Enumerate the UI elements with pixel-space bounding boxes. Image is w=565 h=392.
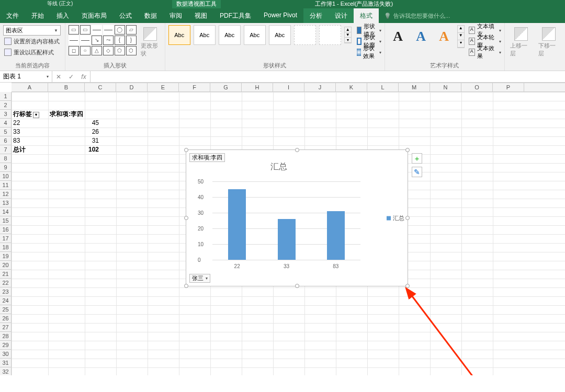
tab-formulas[interactable]: 公式	[113, 8, 138, 23]
row-header-26[interactable]: 26	[0, 314, 11, 323]
pivot-row-1-key[interactable]: 22	[12, 119, 48, 128]
chart-bar[interactable]	[278, 219, 296, 260]
shape-style-gallery[interactable]: Abc Abc Abc Abc Abc ▲▼▾	[168, 25, 352, 45]
row-header-11[interactable]: 11	[0, 181, 11, 190]
shape-style-7[interactable]	[319, 25, 341, 45]
resize-handle[interactable]	[184, 284, 188, 288]
row-header-15[interactable]: 15	[0, 216, 11, 225]
resize-handle[interactable]	[295, 148, 299, 152]
shape-style-3[interactable]: Abc	[219, 25, 241, 45]
resize-handle[interactable]	[405, 216, 410, 220]
shape-style-1[interactable]: Abc	[168, 25, 190, 45]
row-header-4[interactable]: 4	[0, 119, 11, 128]
pivot-row-2-val[interactable]: 26	[48, 128, 100, 136]
chart-value-field-button[interactable]: 求和项:李四	[189, 153, 225, 162]
col-header-A[interactable]: A	[12, 83, 48, 91]
pivot-row-1-val[interactable]: 45	[48, 119, 100, 128]
row-header-27[interactable]: 27	[0, 323, 11, 332]
shape-style-4[interactable]: Abc	[244, 25, 266, 45]
tab-pdf[interactable]: PDF工具集	[213, 8, 257, 23]
chart-axis-field-button[interactable]: 张三▾	[189, 274, 210, 283]
column-headers[interactable]: ABCDEFGHIJKLMNOP	[12, 83, 565, 92]
tab-review[interactable]: 审阅	[163, 8, 188, 23]
row-header-17[interactable]: 17	[0, 234, 11, 243]
tab-home[interactable]: 开始	[25, 8, 50, 23]
pivot-row-3-val[interactable]: 31	[48, 136, 100, 145]
row-headers[interactable]: 1234567891011121314151617181920212223242…	[0, 92, 12, 375]
chart-plot-area[interactable]: 01020304050223383	[212, 181, 360, 260]
row-header-32[interactable]: 32	[0, 367, 11, 375]
resize-handle[interactable]	[405, 284, 410, 288]
resize-handle[interactable]	[405, 148, 410, 152]
row-header-30[interactable]: 30	[0, 350, 11, 359]
qat-font[interactable]: 等线 (正文)	[47, 0, 73, 7]
col-header-I[interactable]: I	[273, 83, 304, 91]
name-box[interactable]: 图表 1 ▾	[0, 71, 52, 82]
text-effects-button[interactable]: 文本效果▾	[469, 47, 501, 57]
row-header-1[interactable]: 1	[0, 92, 11, 101]
tab-analyze[interactable]: 分析	[303, 8, 329, 23]
wordart-gallery[interactable]: A A A ▲▼▾	[388, 25, 465, 48]
tab-design[interactable]: 设计	[329, 8, 354, 23]
col-header-C[interactable]: C	[85, 83, 116, 91]
col-header-M[interactable]: M	[399, 83, 430, 91]
row-header-29[interactable]: 29	[0, 341, 11, 350]
bring-forward-button[interactable]: 上移一层	[508, 25, 534, 57]
tab-view[interactable]: 视图	[188, 8, 213, 23]
formula-input[interactable]	[91, 71, 565, 82]
col-header-P[interactable]: P	[493, 83, 524, 91]
col-header-D[interactable]: D	[116, 83, 148, 91]
pivot-value-header[interactable]: 求和项:李四	[48, 110, 100, 119]
wordart-style-1[interactable]: A	[388, 25, 408, 48]
wordart-style-2[interactable]: A	[411, 25, 431, 48]
row-header-14[interactable]: 14	[0, 207, 11, 216]
resize-handle[interactable]	[184, 148, 188, 152]
chart-styles-button[interactable]: ✎	[412, 167, 422, 177]
chart-elements-button[interactable]: ＋	[412, 153, 422, 164]
tab-format[interactable]: 格式	[354, 8, 379, 23]
worksheet-grid[interactable]: ABCDEFGHIJKLMNOP 12345678910111213141516…	[0, 83, 565, 375]
resize-handle[interactable]	[184, 216, 188, 220]
chart-bar[interactable]	[228, 189, 246, 260]
wordart-more[interactable]: ▲▼▾	[457, 25, 465, 48]
col-header-L[interactable]: L	[367, 83, 399, 91]
row-header-13[interactable]: 13	[0, 199, 11, 207]
resize-handle[interactable]	[295, 284, 299, 288]
chart-element-combo[interactable]: 图表区 ▼	[3, 25, 61, 36]
col-header-O[interactable]: O	[461, 83, 493, 91]
row-header-10[interactable]: 10	[0, 172, 11, 181]
chart-bar[interactable]	[327, 211, 345, 260]
row-header-28[interactable]: 28	[0, 332, 11, 341]
row-header-6[interactable]: 6	[0, 136, 11, 145]
row-header-21[interactable]: 21	[0, 270, 11, 279]
chart-legend[interactable]: 汇总	[387, 214, 404, 222]
insert-function-button[interactable]: fx	[77, 73, 90, 80]
col-header-N[interactable]: N	[430, 83, 461, 91]
change-shape-button[interactable]: 更改形状	[139, 25, 162, 57]
row-header-9[interactable]: 9	[0, 163, 11, 172]
tab-page-layout[interactable]: 页面布局	[75, 8, 113, 23]
row-header-5[interactable]: 5	[0, 128, 11, 136]
pivot-row-3-key[interactable]: 83	[12, 136, 48, 145]
col-header-B[interactable]: B	[48, 83, 85, 91]
pivot-row-2-key[interactable]: 33	[12, 128, 48, 136]
shape-effects-button[interactable]: 形状效果▾	[357, 47, 381, 57]
shape-style-2[interactable]: Abc	[194, 25, 216, 45]
row-header-18[interactable]: 18	[0, 243, 11, 252]
pivot-chart[interactable]: 求和项:李四 张三▾ 汇总 汇总 01020304050223383 ＋ ✎	[186, 149, 408, 286]
pivot-total-label[interactable]: 总计	[12, 145, 48, 154]
shape-style-6[interactable]	[294, 25, 316, 45]
row-header-22[interactable]: 22	[0, 279, 11, 287]
tab-powerpivot[interactable]: Power Pivot	[257, 8, 303, 23]
shape-gallery[interactable]: ▭▭◯▱ ↘⤳{} ◻○△◇⬠⬡	[69, 25, 137, 55]
row-header-31[interactable]: 31	[0, 359, 11, 367]
col-header-H[interactable]: H	[242, 83, 273, 91]
row-header-19[interactable]: 19	[0, 252, 11, 261]
col-header-K[interactable]: K	[336, 83, 367, 91]
enter-formula-button[interactable]: ✓	[65, 73, 77, 80]
format-selection-button[interactable]: 设置所选内容格式	[3, 36, 61, 47]
row-header-12[interactable]: 12	[0, 190, 11, 199]
row-header-24[interactable]: 24	[0, 296, 11, 305]
row-header-23[interactable]: 23	[0, 287, 11, 296]
row-header-8[interactable]: 8	[0, 154, 11, 163]
